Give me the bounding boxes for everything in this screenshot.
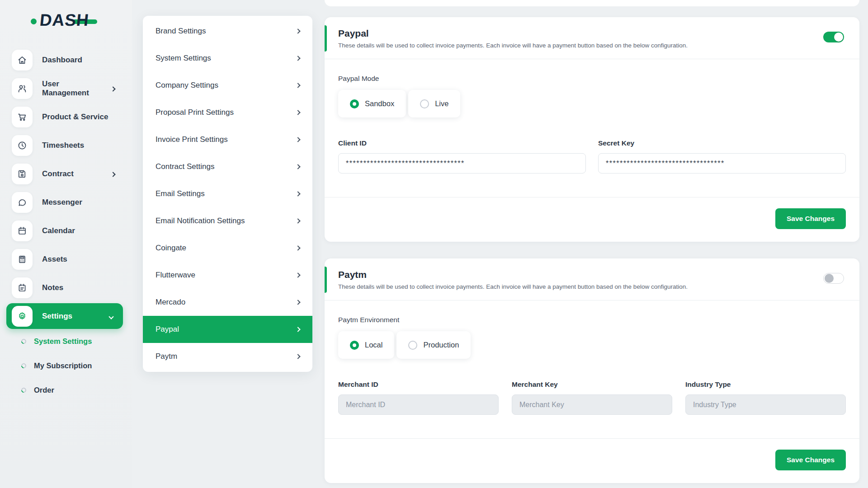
notebook-icon [12, 277, 33, 298]
sidebar-item-calendar[interactable]: Calendar [6, 216, 123, 245]
floppy-icon [12, 164, 33, 184]
sidebar-subitem-order[interactable]: Order [6, 378, 123, 402]
radio-unselected-icon [420, 99, 429, 108]
menu-item-label: Proposal Print Settings [156, 108, 234, 117]
chevron-right-icon [111, 84, 115, 93]
merchant-id-field[interactable] [338, 394, 499, 415]
radio-selected-icon [350, 99, 359, 108]
menu-item-system-settings[interactable]: System Settings [143, 45, 312, 72]
sidebar-subitem-label: System Settings [34, 337, 92, 346]
menu-item-paytm[interactable]: Paytm [143, 343, 312, 370]
client-id-field[interactable] [338, 153, 586, 174]
paypal-mode-label: Paypal Mode [338, 75, 846, 83]
menu-item-contract-settings[interactable]: Contract Settings [143, 153, 312, 180]
home-icon [12, 50, 33, 70]
sidebar-item-settings[interactable]: Settings [6, 303, 123, 329]
brand-name: DASH [39, 11, 90, 30]
paytm-save-button[interactable]: Save Changes [775, 450, 846, 470]
header-accent-bar [325, 267, 327, 293]
paypal-enabled-toggle[interactable] [823, 32, 844, 42]
sidebar-item-notes[interactable]: Notes [6, 273, 123, 302]
menu-item-flutterwave[interactable]: Flutterwave [143, 262, 312, 289]
paytm-fields: Merchant ID Merchant Key Industry Type [338, 380, 846, 415]
sidebar-item-label: Notes [42, 283, 63, 292]
paypal-mode-sandbox[interactable]: Sandbox [338, 90, 406, 117]
radio-label: Live [435, 99, 448, 108]
sidebar-item-label: Settings [42, 312, 72, 321]
paytm-env-local[interactable]: Local [338, 331, 394, 359]
paypal-save-button[interactable]: Save Changes [775, 208, 846, 229]
settings-menu-panel: Brand Settings System Settings Company S… [143, 16, 312, 372]
bullet-icon [20, 338, 28, 345]
sidebar-item-label: Contract [42, 169, 74, 178]
sidebar-item-product-service[interactable]: Product & Service [6, 103, 123, 131]
menu-item-label: Contract Settings [156, 162, 214, 171]
menu-item-label: Email Settings [156, 189, 205, 198]
paypal-fields: Client ID Secret Key [338, 139, 846, 174]
sidebar-subitem-system-settings[interactable]: System Settings [6, 329, 123, 353]
previous-card-edge [325, 0, 859, 6]
cart-icon [12, 107, 33, 127]
merchant-key-field[interactable] [512, 394, 672, 415]
paytm-settings-card: Paytm These details will be used to coll… [325, 258, 859, 483]
sidebar-subitem-label: Order [34, 386, 54, 394]
paypal-mode-live[interactable]: Live [408, 90, 460, 117]
secret-key-label: Secret Key [598, 139, 846, 147]
paypal-card-body: Paypal Mode Sandbox Live Client ID Secre… [325, 59, 859, 197]
menu-item-mercado[interactable]: Mercado [143, 289, 312, 316]
calculator-icon [12, 249, 33, 270]
menu-item-invoice-print-settings[interactable]: Invoice Print Settings [143, 126, 312, 153]
logo-dot-icon [31, 19, 37, 24]
chevron-right-icon [295, 110, 300, 115]
industry-type-label: Industry Type [685, 380, 846, 389]
sidebar-item-label: Calendar [42, 226, 75, 235]
sidebar-item-contract[interactable]: Contract [6, 160, 123, 188]
chevron-right-icon [295, 164, 300, 169]
industry-type-field[interactable] [685, 394, 846, 415]
gear-icon [12, 306, 33, 327]
sidebar-item-dashboard[interactable]: Dashboard [6, 46, 123, 74]
menu-item-paypal[interactable]: Paypal [143, 316, 312, 343]
merchant-id-label: Merchant ID [338, 380, 499, 389]
paypal-description: These details will be used to collect in… [338, 42, 688, 49]
sidebar-item-timesheets[interactable]: Timesheets [6, 131, 123, 160]
paytm-env-production[interactable]: Production [396, 331, 471, 359]
menu-item-company-settings[interactable]: Company Settings [143, 72, 312, 99]
paytm-title: Paytm [338, 269, 688, 280]
paytm-enabled-toggle[interactable] [823, 273, 844, 284]
sidebar-item-label: Assets [42, 255, 67, 264]
sidebar-subitem-my-subscription[interactable]: My Subscription [6, 353, 123, 378]
chevron-right-icon [111, 170, 115, 178]
sidebar-item-user-management[interactable]: User Management [6, 74, 123, 103]
sidebar-item-label: Timesheets [42, 141, 84, 150]
chevron-right-icon [295, 137, 300, 142]
paypal-title: Paypal [338, 28, 688, 39]
merchant-key-label: Merchant Key [512, 380, 672, 389]
menu-item-label: Brand Settings [156, 27, 206, 36]
paytm-environment-label: Paytm Environment [338, 316, 846, 324]
sidebar-item-label: Product & Service [42, 113, 108, 122]
menu-item-label: Paytm [156, 352, 177, 361]
message-icon [12, 192, 33, 213]
menu-item-email-settings[interactable]: Email Settings [143, 180, 312, 207]
sidebar-item-label: User Management [42, 80, 102, 98]
sidebar: DASH Dashboard User Management Product &… [0, 0, 132, 488]
radio-label: Sandbox [365, 99, 394, 108]
toggle-knob [825, 274, 834, 283]
chevron-right-icon [295, 28, 300, 33]
paytm-environment-group: Local Production [338, 331, 846, 359]
menu-item-brand-settings[interactable]: Brand Settings [143, 18, 312, 45]
paypal-mode-group: Sandbox Live [338, 90, 846, 117]
menu-item-proposal-print-settings[interactable]: Proposal Print Settings [143, 99, 312, 126]
sidebar-item-messenger[interactable]: Messenger [6, 188, 123, 216]
clock-icon [12, 135, 33, 156]
menu-item-label: Coingate [156, 244, 186, 253]
radio-unselected-icon [408, 341, 417, 350]
paypal-card-footer: Save Changes [325, 197, 859, 242]
secret-key-field[interactable] [598, 153, 846, 174]
menu-item-email-notification-settings[interactable]: Email Notification Settings [143, 207, 312, 235]
menu-item-coingate[interactable]: Coingate [143, 235, 312, 262]
sidebar-item-assets[interactable]: Assets [6, 245, 123, 273]
chevron-right-icon [295, 218, 300, 223]
brand-logo: DASH [31, 10, 97, 31]
